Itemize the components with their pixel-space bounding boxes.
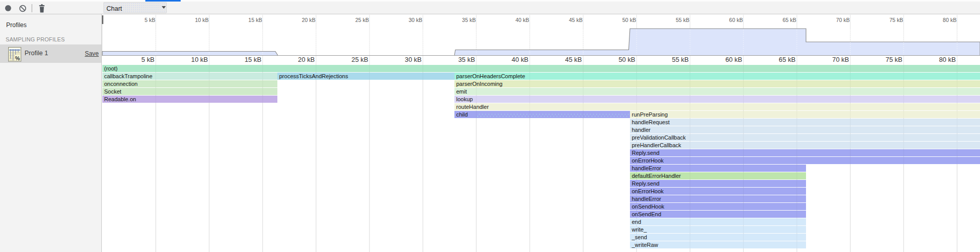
svg-text:20 kB: 20 kB	[302, 17, 316, 23]
svg-text:Readable.on: Readable.on	[104, 96, 136, 102]
svg-text:30 kB: 30 kB	[408, 17, 422, 23]
svg-text:handleRequest: handleRequest	[632, 119, 670, 125]
svg-text:emit: emit	[456, 88, 467, 95]
svg-text:handleError: handleError	[632, 196, 662, 202]
svg-text:_writeRaw: _writeRaw	[631, 242, 658, 248]
svg-text:handler: handler	[632, 127, 651, 133]
svg-text:handleError: handleError	[632, 165, 662, 171]
svg-text:25 kB: 25 kB	[352, 56, 368, 63]
svg-text:parserOnHeadersComplete: parserOnHeadersComplete	[456, 73, 526, 79]
svg-text:5 kB: 5 kB	[144, 17, 155, 23]
svg-text:10 kB: 10 kB	[195, 17, 209, 23]
svg-text:runPreParsing: runPreParsing	[632, 111, 668, 118]
svg-text:Reply.send: Reply.send	[632, 180, 660, 187]
svg-text:70 kB: 70 kB	[832, 56, 849, 63]
svg-text:40 kB: 40 kB	[515, 17, 529, 23]
svg-text:60 kB: 60 kB	[725, 56, 742, 63]
svg-text:30 kB: 30 kB	[405, 56, 422, 63]
svg-text:child: child	[456, 111, 468, 118]
svg-text:60 kB: 60 kB	[729, 17, 743, 23]
svg-text:75 kB: 75 kB	[886, 56, 903, 63]
svg-text:onErrorHook: onErrorHook	[632, 188, 664, 194]
svg-text:onconnection: onconnection	[104, 81, 138, 87]
svg-text:45 kB: 45 kB	[569, 17, 583, 23]
svg-text:defaultErrorHandler: defaultErrorHandler	[632, 173, 681, 179]
svg-text:50 kB: 50 kB	[622, 17, 636, 23]
svg-text:preValidationCallback: preValidationCallback	[632, 134, 686, 141]
svg-text:20 kB: 20 kB	[298, 56, 315, 63]
svg-text:65 kB: 65 kB	[782, 17, 796, 23]
svg-text:40 kB: 40 kB	[512, 56, 529, 63]
svg-text:onSendHook: onSendHook	[632, 203, 665, 210]
svg-text:onErrorHook: onErrorHook	[632, 157, 664, 164]
svg-text:callbackTrampoline: callbackTrampoline	[104, 73, 153, 79]
svg-text:routeHandler: routeHandler	[456, 104, 489, 110]
svg-text:parserOnIncoming: parserOnIncoming	[456, 81, 503, 87]
svg-text:lookup: lookup	[456, 96, 473, 102]
svg-text:processTicksAndRejections: processTicksAndRejections	[279, 73, 349, 79]
svg-text:50 kB: 50 kB	[619, 56, 636, 63]
svg-text:(root): (root)	[104, 65, 118, 72]
svg-text:65 kB: 65 kB	[779, 56, 796, 63]
svg-text:15 kB: 15 kB	[248, 17, 262, 23]
svg-text:10 kB: 10 kB	[191, 56, 208, 63]
svg-text:55 kB: 55 kB	[672, 56, 689, 63]
svg-text:25 kB: 25 kB	[355, 17, 369, 23]
svg-text:%: %	[15, 55, 20, 61]
svg-text:35 kB: 35 kB	[462, 17, 476, 23]
svg-text:75 kB: 75 kB	[889, 17, 903, 23]
svg-text:Reply.send: Reply.send	[632, 150, 660, 156]
svg-text:55 kB: 55 kB	[676, 17, 689, 23]
svg-text:15 kB: 15 kB	[245, 56, 262, 63]
svg-text:Socket: Socket	[104, 88, 122, 95]
svg-text:45 kB: 45 kB	[565, 56, 582, 63]
svg-text:end: end	[632, 219, 641, 225]
svg-text:onSendEnd: onSendEnd	[632, 211, 662, 217]
svg-text:write_: write_	[631, 226, 647, 233]
svg-text:35 kB: 35 kB	[458, 56, 475, 63]
svg-text:_send: _send	[631, 234, 647, 240]
svg-text:preHandlerCallback: preHandlerCallback	[632, 142, 682, 148]
svg-text:5 kB: 5 kB	[141, 56, 155, 63]
svg-text:80 kB: 80 kB	[943, 17, 956, 23]
svg-text:80 kB: 80 kB	[939, 56, 956, 63]
svg-text:70 kB: 70 kB	[836, 17, 850, 23]
